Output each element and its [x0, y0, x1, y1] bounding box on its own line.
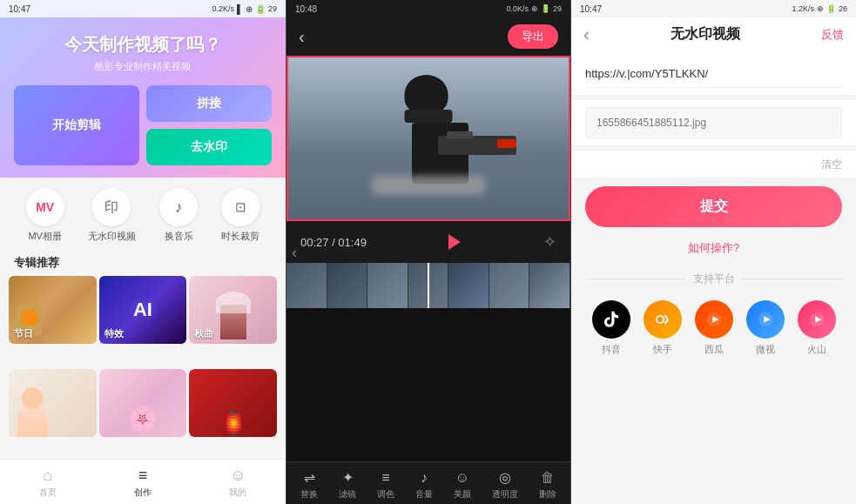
status-bar-2: 10:48 0.0K/s ⊕ 🔋 29 — [286, 0, 570, 17]
album-autumn-label: 秋曲 — [194, 327, 213, 340]
mv-icon: MV — [26, 188, 64, 226]
platform-huoshan[interactable]: 火山 — [798, 300, 836, 356]
splice-button[interactable]: 拼接 — [146, 85, 272, 122]
album-flower[interactable]: 🌸 — [99, 369, 187, 437]
album-holiday[interactable]: 节日 — [9, 276, 97, 344]
weapon — [438, 136, 516, 155]
platform-kuaishou[interactable]: 快手 — [644, 300, 682, 356]
platform-weishi[interactable]: 微视 — [746, 300, 785, 356]
platform-divider: 支持平台 — [585, 272, 842, 286]
status-icons-2: 0.0K/s ⊕ 🔋 29 — [506, 4, 562, 13]
url-display: https://v.|com/Y5TLKKN/ — [585, 60, 842, 88]
sparkle-icon[interactable]: ✧ — [543, 232, 556, 252]
kuaishou-icon — [644, 300, 682, 339]
platform-tiktok[interactable]: 抖音 — [592, 300, 630, 356]
opacity-label: 透明度 — [492, 488, 518, 501]
nowater-item[interactable]: 印 无水印视频 — [88, 188, 136, 243]
time-1: 10:47 — [9, 4, 30, 14]
file-input-field[interactable] — [585, 107, 842, 138]
url-section: https://v.|com/Y5TLKKN/ — [571, 50, 856, 95]
album-autumn[interactable]: 秋曲 — [189, 276, 277, 344]
side-arrow[interactable]: ‹ — [292, 243, 297, 261]
clear-button[interactable]: 清空 — [821, 158, 842, 171]
tool-replace[interactable]: ⇌ 替换 — [300, 469, 318, 501]
crop-item[interactable]: ⊡ 时长裁剪 — [221, 188, 259, 243]
wifi-icon-3: ⊕ — [817, 4, 824, 13]
tool-tone[interactable]: ≡ 调色 — [377, 470, 394, 501]
play-triangle-icon — [448, 234, 461, 250]
divider-right — [742, 279, 843, 279]
video-preview-area — [286, 56, 570, 221]
time-2: 10:48 — [295, 4, 317, 14]
export-button[interactable]: 导出 — [508, 24, 558, 49]
submit-button[interactable]: 提交 — [585, 186, 842, 227]
speed-1: 0.2K/s — [212, 4, 234, 13]
tool-volume[interactable]: ♪ 音量 — [415, 470, 433, 501]
status-bar-3: 10:47 1.2K/s ⊕ 🔋 26 — [571, 0, 856, 17]
tool-delete[interactable]: 🗑 删除 — [539, 470, 556, 501]
timeline-controls: 00:27 / 01:49 ✧ — [286, 221, 570, 263]
panel-video-preview: 10:48 0.0K/s ⊕ 🔋 29 ‹ 导出 — [286, 0, 571, 504]
hero-buttons: 开始剪辑 拼接 去水印 — [14, 85, 272, 165]
battery-pct-2: 29 — [553, 4, 562, 13]
huoshan-label: 火山 — [807, 343, 826, 356]
mv-label: MV相册 — [28, 230, 62, 243]
film-strip[interactable] — [286, 263, 570, 308]
play-button[interactable] — [441, 228, 468, 256]
nav-create-label: 创作 — [134, 487, 152, 499]
tool-beauty[interactable]: ☺ 美颜 — [454, 470, 471, 501]
feedback-link[interactable]: 反馈 — [821, 27, 844, 43]
how-to-link[interactable]: 如何操作? — [688, 241, 739, 254]
platform-xigua[interactable]: 西瓜 — [695, 300, 733, 356]
weishi-icon — [746, 300, 785, 339]
create-icon: ≡ — [138, 467, 148, 485]
back-arrow-3[interactable]: ‹ — [583, 24, 590, 44]
start-edit-button[interactable]: 开始剪辑 — [14, 85, 139, 165]
me-icon: ☺ — [230, 467, 246, 485]
album-grid: 节日 AI 特效 秋曲 🌸 — [0, 276, 286, 459]
nav-me[interactable]: ☺ 我的 — [212, 465, 264, 501]
mv-album-item[interactable]: MV MV相册 — [26, 188, 64, 243]
timeline-cursor — [428, 263, 429, 308]
nav-create[interactable]: ≡ 创作 — [117, 465, 169, 501]
film-frame-2 — [327, 263, 368, 308]
hero-title: 今天制作视频了吗？ — [14, 33, 272, 57]
status-bar-1: 10:47 0.2K/s ▌ ⊕ 🔋 29 — [0, 0, 286, 17]
music-item[interactable]: ♪ 换音乐 — [159, 188, 198, 243]
xigua-icon — [695, 300, 733, 339]
album-xmas[interactable]: 🏮 — [189, 369, 277, 437]
tool-opacity[interactable]: ◎ 透明度 — [492, 469, 518, 501]
replace-label: 替换 — [300, 488, 318, 501]
delete-label: 删除 — [539, 488, 556, 501]
status-icons-1: 0.2K/s ▌ ⊕ 🔋 29 — [212, 4, 277, 14]
panel-watermark-remove: 10:47 1.2K/s ⊕ 🔋 26 ‹ 无水印视频 反馈 https://v… — [571, 0, 856, 504]
edit-toolbar: ⇌ 替换 ✦ 滤镜 ≡ 调色 ♪ 音量 ☺ 美颜 ◎ 透明度 🗑 删除 — [286, 461, 570, 504]
clear-section: 清空 — [571, 151, 856, 178]
back-arrow-2[interactable]: ‹ — [299, 27, 305, 47]
nav-home[interactable]: ⌂ 首页 — [22, 465, 74, 501]
divider-label: 支持平台 — [693, 272, 735, 286]
film-frame-3 — [367, 263, 408, 308]
feature-icons: MV MV相册 印 无水印视频 ♪ 换音乐 ⊡ 时长裁剪 — [0, 178, 286, 250]
battery-icon-1: 🔋 — [255, 4, 266, 14]
filter-label: 滤镜 — [339, 488, 356, 501]
soldier-body — [412, 123, 468, 184]
album-special[interactable]: AI 特效 — [99, 276, 187, 344]
music-label: 换音乐 — [165, 230, 193, 243]
tool-filter[interactable]: ✦ 滤镜 — [339, 469, 356, 501]
album-special-label: 特效 — [104, 327, 124, 340]
film-frame-7 — [529, 263, 570, 308]
hero-section: 今天制作视频了吗？ 酷影专业制作精美视频 开始剪辑 拼接 去水印 — [0, 17, 286, 178]
album-holiday-label: 节日 — [14, 327, 33, 340]
watermark-title: 无水印视频 — [671, 25, 740, 44]
weishi-label: 微视 — [756, 343, 775, 356]
nav-me-label: 我的 — [229, 487, 246, 499]
tone-label: 调色 — [377, 488, 394, 501]
replace-icon: ⇌ — [304, 469, 315, 486]
watermark-button[interactable]: 去水印 — [146, 129, 272, 165]
divider-left — [585, 279, 686, 279]
beauty-label: 美颜 — [454, 488, 471, 501]
filter-icon: ✦ — [342, 469, 354, 486]
album-baby[interactable] — [9, 369, 97, 437]
huoshan-icon — [798, 300, 836, 339]
